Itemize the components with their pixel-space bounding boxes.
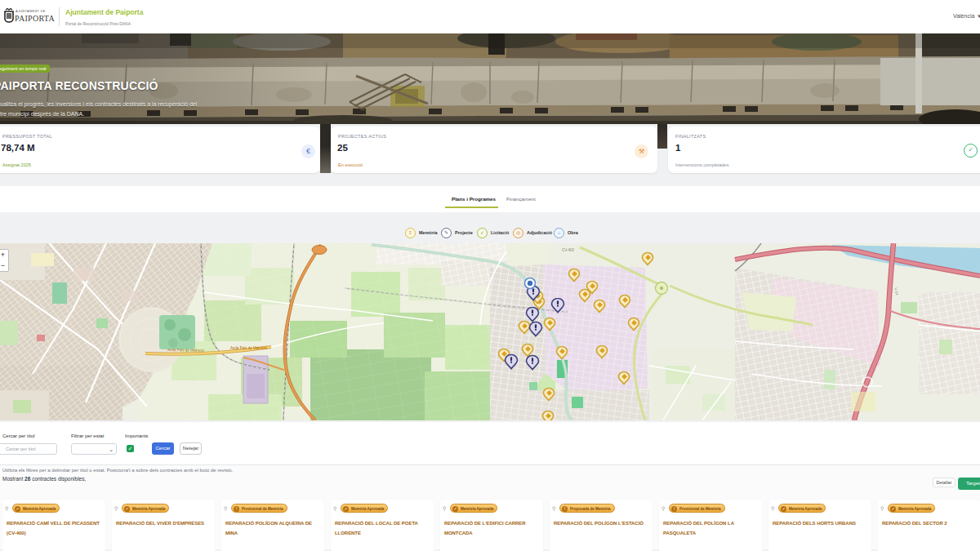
- svg-text:Avda País de Valencià: Avda País de Valencià: [230, 346, 267, 350]
- svg-text:CV-400: CV-400: [562, 248, 575, 252]
- svg-text:Avda País de València: Avda País de València: [167, 348, 204, 353]
